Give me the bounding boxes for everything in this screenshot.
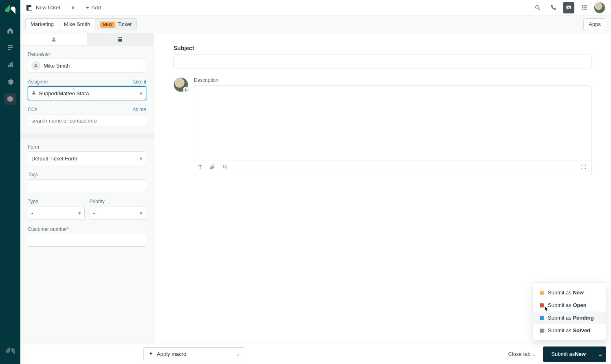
apps-panel-button[interactable]: Apps xyxy=(583,18,606,30)
type-label: Type xyxy=(28,199,38,204)
add-tab-label: Add xyxy=(92,4,101,11)
cc-me-link[interactable]: cc me xyxy=(133,107,146,112)
expand-icon[interactable] xyxy=(580,164,587,172)
zendesk-footer-icon xyxy=(6,346,15,357)
svg-marker-0 xyxy=(5,5,10,10)
sidebar-tab-ticket[interactable] xyxy=(87,33,154,45)
form-select[interactable]: Default Ticket Form ▾ xyxy=(28,151,146,165)
search-icon[interactable] xyxy=(222,164,228,171)
attachment-icon[interactable] xyxy=(209,164,215,171)
close-tab-button[interactable]: Close tab ⌄ xyxy=(508,351,537,357)
chevron-down-icon: ⌄ xyxy=(532,351,536,357)
person-icon xyxy=(31,90,36,96)
tags-input[interactable] xyxy=(28,179,146,192)
svg-rect-17 xyxy=(584,5,585,7)
customer-number-label: Customer number* xyxy=(28,226,69,232)
svg-rect-18 xyxy=(585,5,587,7)
svg-point-25 xyxy=(53,37,55,39)
svg-point-29 xyxy=(33,91,35,93)
bolt-icon xyxy=(149,351,154,357)
apply-macro-label: Apply macro xyxy=(157,351,186,357)
subject-input[interactable] xyxy=(174,55,591,68)
breadcrumb-ticket[interactable]: NEWTicket xyxy=(95,18,136,30)
svg-marker-9 xyxy=(11,350,15,354)
chevron-down-icon: ▾ xyxy=(140,210,143,216)
submit-as-new[interactable]: Submit as New xyxy=(533,286,606,299)
submit-dropdown-button[interactable]: ⌄ xyxy=(594,346,606,362)
description-textarea[interactable] xyxy=(194,86,591,160)
svg-rect-22 xyxy=(582,9,583,10)
svg-rect-11 xyxy=(29,7,32,11)
sidebar-tab-user[interactable] xyxy=(20,33,87,45)
svg-line-13 xyxy=(538,9,540,10)
add-tab-button[interactable]: + Add xyxy=(80,0,107,15)
submit-status: New xyxy=(575,351,586,357)
svg-marker-8 xyxy=(6,347,10,351)
bottom-bar: Apply macro ⌄ Close tab ⌄ Submit as New … xyxy=(20,344,611,364)
zendesk-logo xyxy=(5,4,15,15)
chevron-down-icon: ▾ xyxy=(140,156,143,162)
chevron-down-icon: ▾ xyxy=(140,90,143,96)
requester-value: Mike Smith xyxy=(44,63,70,69)
svg-rect-27 xyxy=(119,39,122,42)
svg-rect-2 xyxy=(8,45,13,46)
status-pending-icon xyxy=(540,316,544,320)
submit-button[interactable]: Submit as New xyxy=(543,346,594,362)
priority-select[interactable]: - ▾ xyxy=(90,206,147,220)
description-box: T xyxy=(194,86,591,175)
search-button[interactable] xyxy=(532,2,543,13)
svg-rect-24 xyxy=(585,9,587,10)
assignee-label: Assignee xyxy=(28,79,48,85)
svg-rect-6 xyxy=(10,63,11,67)
submit-prefix: Submit as xyxy=(551,351,575,357)
breadcrumb-org[interactable]: Marketing xyxy=(25,18,59,30)
format-text-icon[interactable]: T xyxy=(198,164,202,171)
take-it-link[interactable]: take it xyxy=(133,79,146,85)
unsaved-dot-icon xyxy=(72,7,74,9)
ccs-label: CCs xyxy=(28,107,37,112)
requester-label: Requester xyxy=(28,51,50,57)
submit-as-solved[interactable]: Submit as Solved xyxy=(533,324,606,337)
svg-point-12 xyxy=(536,5,539,9)
submit-as-open[interactable]: Submit as Open xyxy=(533,299,606,311)
profile-avatar[interactable] xyxy=(594,2,605,13)
ccs-input[interactable] xyxy=(28,114,146,127)
phone-button[interactable] xyxy=(547,2,559,13)
status-open-icon xyxy=(540,303,544,307)
chevron-down-icon: ⌄ xyxy=(235,351,240,357)
form-value: Default Ticket Form xyxy=(31,156,77,162)
close-tab-label: Close tab xyxy=(508,351,531,357)
plus-icon: + xyxy=(86,4,89,11)
priority-value: - xyxy=(93,210,95,216)
submit-menu: Submit as New Submit as Open Submit as P… xyxy=(533,283,606,340)
svg-rect-26 xyxy=(119,37,122,38)
svg-line-32 xyxy=(226,167,227,169)
assignee-field[interactable]: Support/Matteo Stara ▾ xyxy=(28,86,146,100)
apps-grid-button[interactable] xyxy=(578,2,590,13)
subject-label: Subject xyxy=(174,45,591,51)
home-icon[interactable] xyxy=(0,22,20,39)
type-select[interactable]: - ▾ xyxy=(28,206,85,220)
svg-rect-7 xyxy=(11,62,13,67)
agent-avatar xyxy=(174,77,188,92)
customer-number-input[interactable] xyxy=(28,234,146,247)
svg-point-31 xyxy=(224,165,226,168)
tab-new-ticket[interactable]: New ticket xyxy=(20,0,80,15)
submit-as-pending[interactable]: Submit as Pending xyxy=(533,311,606,324)
svg-rect-20 xyxy=(584,7,585,8)
requester-field[interactable]: Mike Smith xyxy=(28,59,146,72)
svg-rect-23 xyxy=(584,9,585,10)
product-icon[interactable] xyxy=(0,90,20,107)
chevron-down-icon: ▾ xyxy=(78,210,81,216)
reporting-icon[interactable] xyxy=(0,56,20,73)
apply-macro-button[interactable]: Apply macro ⌄ xyxy=(143,347,245,361)
chat-button[interactable] xyxy=(563,2,574,13)
svg-rect-3 xyxy=(8,47,13,48)
svg-rect-4 xyxy=(8,49,11,50)
ticket-icon xyxy=(26,4,33,11)
views-icon[interactable] xyxy=(0,39,20,56)
breadcrumb-user[interactable]: Mike Smith xyxy=(59,18,95,30)
new-badge: NEW xyxy=(100,22,115,28)
admin-icon[interactable] xyxy=(0,73,20,90)
chevron-down-icon: ⌄ xyxy=(598,350,603,358)
